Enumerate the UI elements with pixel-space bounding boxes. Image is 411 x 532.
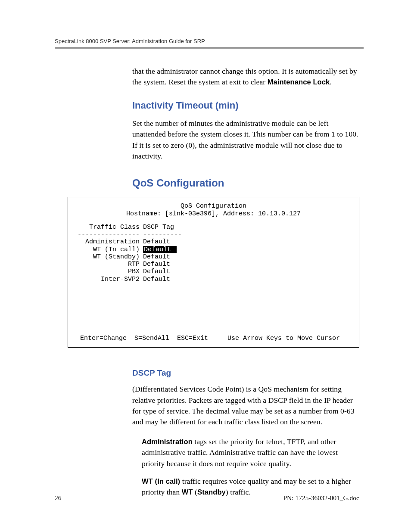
page-number: 26 xyxy=(55,494,62,502)
terminal-cell-label: WT (In call) xyxy=(75,246,143,253)
terminal-row-highlighted: WT (In call) Default xyxy=(75,246,352,253)
terminal-cell-value: Default xyxy=(143,261,170,268)
terminal-header-right: DSCP Tag xyxy=(143,224,174,231)
administration-label: Administration xyxy=(142,438,193,445)
terminal-cell-label: PBX xyxy=(75,268,143,275)
inactivity-timeout-body: Set the number of minutes the administra… xyxy=(132,118,359,162)
para1-end: . xyxy=(330,78,331,86)
terminal-row: Inter-SVP2 Default xyxy=(75,276,352,283)
dscp-tag-heading: DSCP Tag xyxy=(132,368,359,378)
dscp-tag-body: (Differentiated Services Code Point) is … xyxy=(132,384,359,428)
terminal-cell-label: Administration xyxy=(75,238,143,246)
terminal-header-row: Traffic Class DSCP Tag xyxy=(75,224,352,231)
terminal-footer-hints: Enter=Change S=SendAll ESC=Exit Use Arro… xyxy=(80,335,347,342)
terminal-row: RTP Default xyxy=(75,261,352,268)
terminal-cell-label: WT (Standby) xyxy=(75,253,143,261)
terminal-divider-right: ---------- xyxy=(143,231,182,238)
terminal-hostline: Hostname: [slnk-03e396], Address: 10.13.… xyxy=(75,210,352,218)
terminal-title: QoS Configuration xyxy=(75,202,352,210)
header-rule xyxy=(55,47,364,49)
doc-id: PN: 1725-36032-001_G.doc xyxy=(283,494,359,502)
qos-configuration-heading: QoS Configuration xyxy=(132,177,359,189)
inactivity-timeout-heading: Inactivity Timeout (min) xyxy=(132,100,359,111)
terminal-row: Administration Default xyxy=(75,238,352,246)
administration-description: Administration tags set the priority for… xyxy=(142,436,359,469)
terminal-cell-value: Default xyxy=(143,253,170,261)
page-header: SpectraLink 8000 SVP Server: Administrat… xyxy=(55,38,364,44)
terminal-divider-left: ---------------- xyxy=(75,231,143,238)
terminal-cell-label: Inter-SVP2 xyxy=(75,276,143,283)
wt-incall-label: WT (In call) xyxy=(142,477,180,485)
terminal-row: PBX Default xyxy=(75,268,352,275)
leading-paragraph: that the administrator cannot change thi… xyxy=(132,66,359,88)
page-footer: 26 PN: 1725-36032-001_G.doc xyxy=(55,494,359,502)
terminal-cell-value: Default xyxy=(143,276,170,283)
terminal-screenshot: QoS Configuration Hostname: [slnk-03e396… xyxy=(68,197,359,348)
terminal-header-left: Traffic Class xyxy=(75,224,143,231)
terminal-cell-value-highlighted: Default xyxy=(143,246,177,253)
terminal-cell-value: Default xyxy=(143,268,170,275)
terminal-divider: ---------------- ---------- xyxy=(75,231,352,238)
terminal-row: WT (Standby) Default xyxy=(75,253,352,261)
terminal-cell-label: RTP xyxy=(75,261,143,268)
terminal-cell-value: Default xyxy=(143,238,170,246)
maintenance-lock-label: Maintenance Lock xyxy=(268,78,330,86)
